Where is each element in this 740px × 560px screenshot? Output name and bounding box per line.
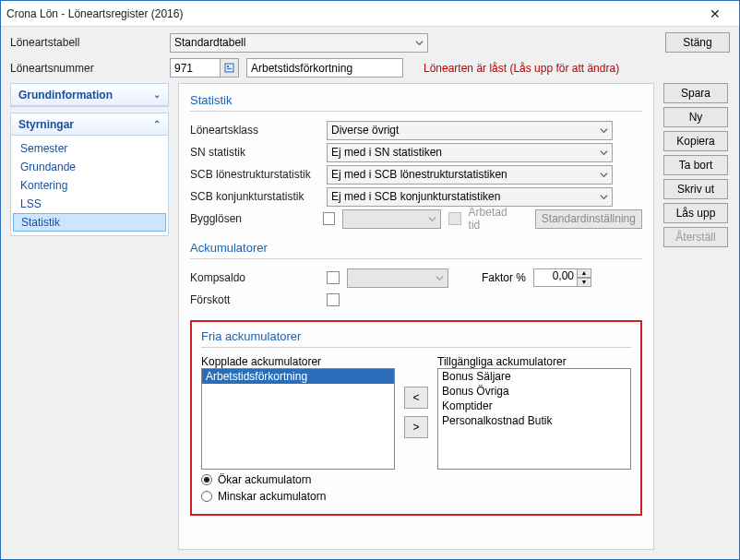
label-loneartsklass: Löneartsklass [190, 124, 319, 137]
input-loneartsnummer[interactable]: 971 [170, 58, 221, 77]
radio-okar[interactable]: Ökar ackumulatorn [201, 473, 631, 486]
radio-label: Ökar ackumulatorn [218, 473, 311, 486]
row-forskott: Förskott [190, 289, 642, 311]
select-value: Diverse övrigt [331, 124, 399, 137]
checkbox-forskott[interactable] [327, 293, 340, 306]
select-bygglosen [342, 209, 441, 229]
sidebar-item-grundande[interactable]: Grundande [11, 158, 168, 176]
sidebar: Grundinformation ⌄ Styrningar ⌃ Semester… [10, 83, 169, 550]
label-faktor: Faktor % [482, 271, 526, 284]
chevron-down-icon [600, 169, 608, 182]
select-loneartstabell-value: Standardtabell [174, 36, 245, 49]
select-loneartsklass[interactable]: Diverse övrigt [327, 121, 613, 140]
label-kompsaldo: Kompsaldo [190, 271, 319, 284]
select-value: Ej med i SCB lönestrukturstatistiken [331, 168, 507, 181]
input-loneartsnamn[interactable]: Arbetstidsförkortning [246, 58, 403, 77]
move-left-button[interactable]: < [404, 387, 428, 409]
panel-header-label: Styrningar [18, 118, 74, 131]
standardinstallning-button: Standardinställning [535, 209, 642, 229]
row-bygglosen: Bygglösen Arbetad tid Standardinställnin… [190, 208, 642, 230]
spinner-faktor[interactable]: 0,00 ▲▼ [533, 268, 591, 287]
select-kompsaldo [347, 268, 448, 288]
close-icon[interactable]: ✕ [697, 4, 734, 24]
row-kompsaldo: Kompsaldo Faktor % 0,00 ▲▼ [190, 267, 642, 289]
radio-minskar[interactable]: Minskar ackumulatorn [201, 490, 631, 503]
list-item[interactable]: Bonus Övriga [438, 384, 630, 399]
chevron-down-icon [600, 191, 608, 204]
select-scb-lonestruktur[interactable]: Ej med i SCB lönestrukturstatistiken [327, 165, 613, 185]
select-value: Ej med i SN statistiken [331, 146, 442, 159]
chevron-down-icon [600, 125, 608, 137]
aterstall-button: Återställ [663, 227, 728, 247]
right-buttons: Spara Ny Kopiera Ta bort Skriv ut Lås up… [663, 83, 730, 550]
listbox-kopplade[interactable]: Arbetstidsförkortning [201, 368, 395, 470]
label-scb-lonestruktur: SCB lönestrukturstatistik [190, 168, 319, 181]
list-item[interactable]: Personalkostnad Butik [438, 413, 630, 428]
select-sn-statistik[interactable]: Ej med i SN statistiken [327, 143, 613, 162]
close-button[interactable]: Stäng [665, 32, 730, 53]
lock-message: Lönearten är låst (Lås upp för att ändra… [424, 62, 619, 75]
select-scb-konjunktur[interactable]: Ej med i SCB konjunkturstatistiken [327, 187, 613, 207]
row-loneartstabell: Löneartstabell Standardtabell Stäng [1, 27, 739, 58]
main-panel: Statistik Löneartsklass Diverse övrigt S… [178, 83, 654, 550]
checkbox-kompsaldo[interactable] [327, 271, 340, 284]
spinner-faktor-value[interactable]: 0,00 [533, 268, 578, 287]
svg-rect-2 [227, 68, 232, 69]
chevron-down-icon: ⌄ [153, 89, 161, 100]
list-item[interactable]: Arbetstidsförkortning [202, 369, 394, 384]
svg-rect-0 [225, 64, 233, 72]
list-item[interactable]: Bonus Säljare [438, 369, 630, 384]
spinner-up-icon[interactable]: ▲ [578, 268, 591, 278]
fria-ackumulatorer-box: Fria ackumulatorer Kopplade ackumulatore… [190, 320, 642, 516]
lasupp-button[interactable]: Lås upp [663, 203, 728, 223]
window: Crona Lön - Löneartsregister (2016) ✕ Lö… [0, 0, 740, 560]
lookup-icon[interactable] [221, 58, 239, 77]
list-item[interactable]: Komptider [438, 399, 630, 413]
spinner-down-icon[interactable]: ▼ [578, 278, 591, 287]
row-loneartsnummer: Löneartsnummer 971 Arbetstidsförkortning… [1, 58, 739, 83]
radio-icon [201, 491, 212, 502]
sidebar-items: Semester Grundande Kontering LSS Statist… [11, 136, 168, 235]
label-sn-statistik: SN statistik [190, 146, 319, 159]
sidebar-item-lss[interactable]: LSS [11, 195, 168, 213]
row-scb-konjunktur: SCB konjunkturstatistik Ej med i SCB kon… [190, 185, 642, 208]
section-statistik: Statistik [190, 93, 642, 107]
move-right-button[interactable]: > [404, 416, 428, 438]
label-tillgangliga: Tillgängliga ackumulatorer [437, 355, 631, 368]
chevron-down-icon [415, 37, 424, 50]
chevron-down-icon [428, 213, 436, 226]
panel-header-styrningar[interactable]: Styrningar ⌃ [11, 113, 168, 136]
svg-rect-1 [227, 66, 229, 67]
ny-button[interactable]: Ny [663, 107, 728, 127]
label-kopplade: Kopplade ackumulatorer [201, 355, 395, 368]
window-title: Crona Lön - Löneartsregister (2016) [6, 7, 697, 20]
kopiera-button[interactable]: Kopiera [663, 131, 728, 151]
label-scb-konjunktur: SCB konjunkturstatistik [190, 190, 319, 203]
chevron-down-icon [436, 272, 444, 285]
sidebar-item-kontering[interactable]: Kontering [11, 176, 168, 195]
chevron-up-icon: ⌃ [153, 119, 161, 129]
panel-header-grundinformation[interactable]: Grundinformation ⌄ [11, 84, 168, 106]
row-loneartsklass: Löneartsklass Diverse övrigt [190, 119, 642, 141]
listbox-tillgangliga[interactable]: Bonus Säljare Bonus Övriga Komptider Per… [437, 368, 631, 470]
panel-grundinformation: Grundinformation ⌄ [10, 83, 169, 107]
chevron-down-icon [600, 147, 608, 160]
row-scb-lonestruktur: SCB lönestrukturstatistik Ej med i SCB l… [190, 163, 642, 185]
skrivut-button[interactable]: Skriv ut [663, 179, 728, 199]
titlebar: Crona Lön - Löneartsregister (2016) ✕ [1, 1, 739, 27]
select-value: Ej med i SCB konjunkturstatistiken [331, 190, 500, 203]
checkbox-arbetad-tid [448, 212, 461, 225]
spara-button[interactable]: Spara [663, 83, 728, 103]
sidebar-item-semester[interactable]: Semester [11, 139, 168, 158]
panel-header-label: Grundinformation [18, 89, 113, 101]
radio-label: Minskar ackumulatorn [218, 490, 326, 503]
checkbox-bygglosen[interactable] [323, 212, 336, 225]
tabort-button[interactable]: Ta bort [663, 155, 728, 175]
sidebar-item-statistik[interactable]: Statistik [13, 213, 166, 232]
label-arbetad-tid: Arbetad tid [469, 206, 520, 232]
row-sn-statistik: SN statistik Ej med i SN statistiken [190, 141, 642, 163]
label-bygglosen: Bygglösen [190, 212, 316, 225]
label-loneartsnummer: Löneartsnummer [10, 62, 162, 75]
label-forskott: Förskott [190, 293, 319, 306]
select-loneartstabell[interactable]: Standardtabell [170, 33, 428, 53]
